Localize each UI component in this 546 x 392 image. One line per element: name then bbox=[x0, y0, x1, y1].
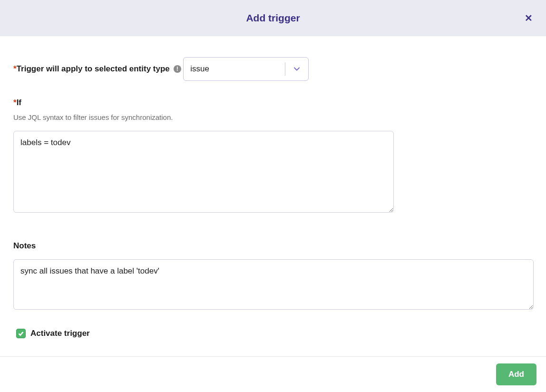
info-icon[interactable]: ! bbox=[174, 65, 181, 73]
if-helper-text: Use JQL syntax to filter issues for sync… bbox=[13, 113, 533, 121]
dialog-header: Add trigger ✕ bbox=[0, 0, 546, 36]
required-asterisk: * bbox=[13, 98, 17, 107]
dialog-title: Add trigger bbox=[246, 12, 300, 24]
activate-trigger-checkbox[interactable] bbox=[16, 329, 26, 338]
if-label: *If bbox=[13, 98, 21, 108]
notes-textarea[interactable] bbox=[13, 259, 534, 310]
if-textarea[interactable] bbox=[13, 131, 394, 213]
entity-type-group: *Trigger will apply to selected entity t… bbox=[13, 49, 533, 81]
notes-group: Notes bbox=[13, 232, 533, 312]
entity-type-select[interactable]: issue bbox=[183, 57, 309, 81]
notes-label: Notes bbox=[13, 241, 36, 251]
add-button[interactable]: Add bbox=[496, 363, 536, 385]
dialog-footer: Add bbox=[0, 356, 546, 392]
entity-type-label: *Trigger will apply to selected entity t… bbox=[13, 64, 181, 74]
entity-type-label-text: Trigger will apply to selected entity ty… bbox=[17, 64, 170, 73]
close-icon[interactable]: ✕ bbox=[525, 12, 533, 24]
activate-trigger-label[interactable]: Activate trigger bbox=[30, 329, 90, 338]
dialog-content: *Trigger will apply to selected entity t… bbox=[0, 36, 546, 356]
required-asterisk: * bbox=[13, 64, 17, 73]
entity-type-selected-value: issue bbox=[184, 64, 285, 74]
chevron-down-icon bbox=[285, 65, 308, 73]
if-group: *If Use JQL syntax to filter issues for … bbox=[13, 98, 533, 215]
notes-label-text: Notes bbox=[13, 241, 36, 251]
if-label-text: If bbox=[17, 98, 21, 107]
activate-trigger-row: Activate trigger bbox=[13, 329, 533, 338]
